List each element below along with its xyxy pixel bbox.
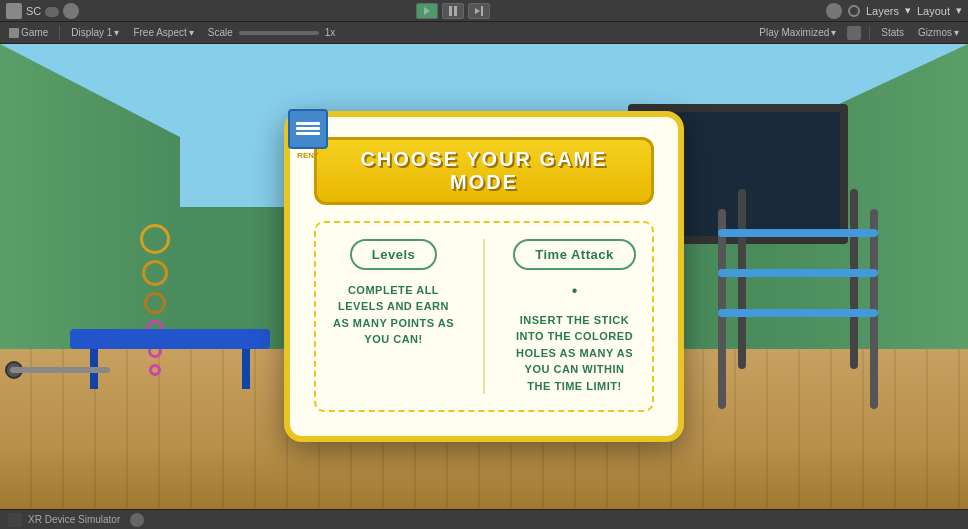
step-tri [475,8,480,14]
modal-panel: RENT CHOOSE YOUR GAME MODE Levels COMPLE… [284,111,684,443]
play-maximized-arrow: ▾ [831,27,836,38]
badge-line-1 [296,122,320,125]
aspect-arrow: ▾ [189,27,194,38]
stats-label: Stats [881,27,904,38]
scale-value: 1x [325,27,336,38]
step-icon [475,6,483,16]
search-icon[interactable] [848,5,860,17]
display-arrow: ▾ [114,27,119,38]
levels-column: Levels COMPLETE ALL LEVELS AND EARN AS M… [324,239,463,348]
time-attack-column: Time Attack • INSERT THE STICK INTO THE … [505,239,644,395]
display-selector[interactable]: Display 1 ▾ [68,26,122,39]
topbar-right: Layers ▾ Layout ▾ [826,3,962,19]
scale-control: Scale 1x [205,26,339,39]
toolbar-separator-2 [869,26,870,40]
topbar-separator: ▾ [905,4,911,17]
game-tab[interactable]: Game [6,26,51,39]
badge-line-3 [296,132,320,135]
layers-label[interactable]: Layers [866,5,899,17]
cloud-icon[interactable] [45,7,59,17]
editor-toolbar: Game Display 1 ▾ Free Aspect ▾ Scale 1x … [0,22,968,44]
editor-topbar: SC Layers ▾ Layout ▾ [0,0,968,22]
display-label: Display 1 [71,27,112,38]
modal-badge: RENT [288,109,328,160]
play-button[interactable] [416,3,438,19]
layout-label[interactable]: Layout [917,5,950,17]
statusbar-icon [8,513,22,527]
play-controls [85,3,820,19]
game-icon [9,28,19,38]
levels-description: COMPLETE ALL LEVELS AND EARN AS MANY POI… [332,282,455,348]
mode-divider [483,239,485,395]
statusbar: XR Device Simulator [0,509,968,529]
scale-label: Scale [208,27,233,38]
pause-button[interactable] [442,3,464,19]
pause-bar-2 [454,6,457,16]
step-line [481,6,483,16]
gizmos-label: Gizmos [918,27,952,38]
modal-title: CHOOSE YOUR GAME MODE [360,148,607,193]
clock-icon[interactable] [826,3,842,19]
time-attack-button[interactable]: Time Attack [513,239,635,270]
statusbar-settings-icon[interactable] [130,513,144,527]
badge-line-2 [296,127,320,130]
scale-slider[interactable] [239,31,319,35]
stats-btn[interactable]: Stats [878,26,907,39]
aspect-selector[interactable]: Free Aspect ▾ [130,26,196,39]
play-maximized-label: Play Maximized [759,27,829,38]
game-viewport: RENT CHOOSE YOUR GAME MODE Levels COMPLE… [0,44,968,509]
modal-overlay: RENT CHOOSE YOUR GAME MODE Levels COMPLE… [0,44,968,509]
sc-label: SC [26,5,41,17]
toolbar-separator-1 [59,26,60,40]
unity-icon [6,3,22,19]
game-label: Game [21,27,48,38]
pause-bar-1 [449,6,452,16]
levels-button[interactable]: Levels [350,239,437,270]
aspect-label: Free Aspect [133,27,186,38]
statusbar-device-label: XR Device Simulator [28,514,120,525]
settings-icon[interactable] [63,3,79,19]
pause-icon [449,6,457,16]
play-maximized-btn[interactable]: Play Maximized ▾ [756,26,839,39]
modal-title-bar: CHOOSE YOUR GAME MODE [314,137,654,205]
audio-icon[interactable] [847,26,861,40]
topbar-left-group: SC [6,3,79,19]
layout-arrow: ▾ [956,4,962,17]
play-icon [424,7,430,15]
badge-box [288,109,328,149]
gizmos-btn[interactable]: Gizmos ▾ [915,26,962,39]
gizmos-arrow: ▾ [954,27,959,38]
time-attack-description: INSERT THE STICK INTO THE COLORED HOLES … [513,312,636,395]
badge-label: RENT [297,151,319,160]
bullet-dot: • [572,282,578,300]
step-button[interactable] [468,3,490,19]
modal-inner: Levels COMPLETE ALL LEVELS AND EARN AS M… [314,221,654,413]
